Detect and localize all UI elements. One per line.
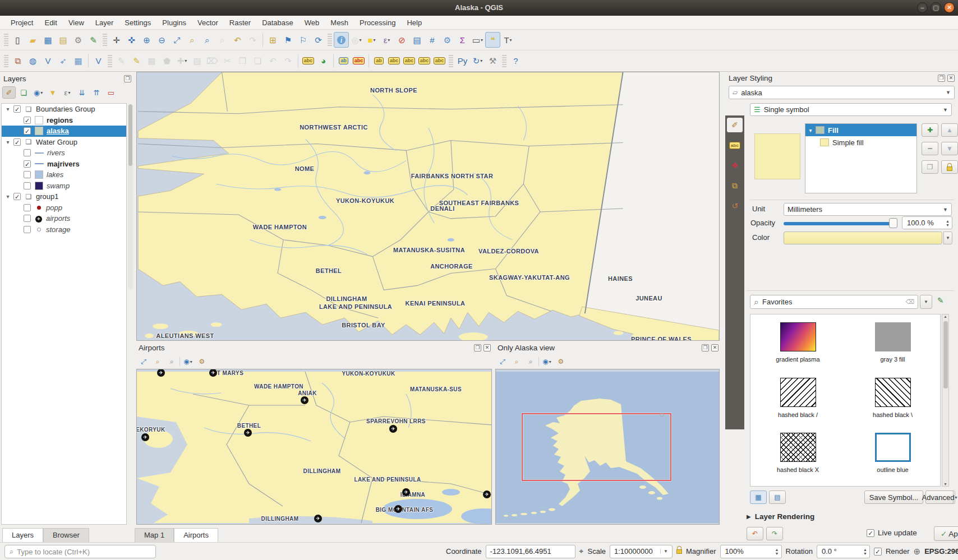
filter-expression-button[interactable]: ε▾ bbox=[61, 86, 74, 99]
visibility-checkbox[interactable]: ✓ bbox=[24, 117, 31, 124]
select-features-button[interactable]: ■▾ bbox=[364, 32, 379, 48]
layer-item-swamp[interactable]: swamp bbox=[2, 181, 126, 192]
live-update-control[interactable]: ✓ Live update bbox=[867, 529, 917, 537]
live-update-checkbox[interactable]: ✓ bbox=[867, 529, 874, 537]
dock-tab-browser[interactable]: Browser bbox=[43, 528, 89, 542]
open-attribute-table-button[interactable]: ▤ bbox=[409, 32, 425, 48]
symbol-hashed-black-x[interactable]: hashed black X bbox=[765, 433, 831, 474]
menu-mesh[interactable]: Mesh bbox=[325, 17, 353, 29]
map-view-tab-map-1[interactable]: Map 1 bbox=[135, 528, 174, 542]
extents-icon[interactable]: ⌖ bbox=[579, 547, 584, 556]
symbol-outline-blue[interactable]: outline blue bbox=[860, 433, 926, 474]
view-visibility-button[interactable]: ◉▾ bbox=[541, 356, 553, 367]
zoom-full-button[interactable]: ⤢ bbox=[137, 356, 150, 367]
map-canvas[interactable]: NORTH SLOPENORTHWEST ARCTICNOMEYUKON-KOY… bbox=[136, 72, 720, 341]
layer-item-majrivers[interactable]: ✓majrivers bbox=[2, 159, 126, 170]
menu-database[interactable]: Database bbox=[257, 17, 298, 29]
visibility-checkbox[interactable] bbox=[24, 215, 31, 222]
open-layer-styling-button[interactable]: ✐ bbox=[2, 86, 16, 99]
pan-to-selection-button[interactable]: ✜ bbox=[124, 32, 139, 48]
deselect-features-button[interactable]: ⊘ bbox=[394, 32, 409, 48]
layer-item-alaska[interactable]: ✓alaska bbox=[2, 126, 126, 137]
zoom-to-layer-button[interactable]: ⌕ bbox=[510, 356, 523, 367]
zoom-to-selection-button[interactable]: ⌕ bbox=[185, 32, 200, 48]
apply-button[interactable]: ✓ Apply bbox=[934, 526, 958, 541]
zoom-last-button[interactable]: ↶ bbox=[230, 32, 245, 48]
color-button[interactable] bbox=[784, 232, 942, 244]
visibility-checkbox[interactable] bbox=[24, 149, 31, 156]
visibility-checkbox[interactable]: ✓ bbox=[24, 160, 31, 168]
layer-diagram-options-button[interactable]: ◕ bbox=[316, 53, 331, 69]
python-console-button[interactable]: Py bbox=[455, 53, 470, 69]
layer-item-regions[interactable]: ✓regions bbox=[2, 115, 126, 126]
style-undo-button[interactable]: ↶ bbox=[747, 527, 763, 540]
unit-combo[interactable]: Millimeters▼ bbox=[784, 203, 952, 216]
add-group-button[interactable]: ❏ bbox=[17, 86, 30, 99]
toolbar-handle[interactable] bbox=[502, 55, 506, 67]
save-project-button[interactable]: ▦ bbox=[40, 32, 56, 48]
new-print-layout-button[interactable]: ▤ bbox=[56, 32, 71, 48]
renderer-combo[interactable]: ☰ Single symbol ▼ bbox=[750, 103, 952, 116]
layer-item-water-group[interactable]: ▾✓❏Water Group bbox=[2, 137, 126, 148]
identify-features-button[interactable]: i bbox=[334, 32, 349, 48]
zoom-full-button[interactable]: ⤢ bbox=[169, 32, 185, 48]
symbols-search-input[interactable]: ⌕ Favorites ⌫ bbox=[750, 295, 918, 309]
maximize-button[interactable]: ▢ bbox=[931, 2, 941, 13]
symbology-tab[interactable]: ✐ bbox=[727, 118, 743, 132]
visibility-checkbox[interactable] bbox=[24, 171, 31, 178]
opacity-slider-track[interactable] bbox=[784, 222, 893, 225]
zoom-in-button[interactable]: ⊕ bbox=[139, 32, 154, 48]
scale-combo[interactable]: 1:10000000▼ bbox=[610, 545, 673, 558]
toolbar-handle[interactable] bbox=[4, 55, 8, 67]
visibility-checkbox[interactable]: ✓ bbox=[24, 127, 31, 135]
map-view-tab-airports[interactable]: Airports bbox=[174, 528, 218, 542]
layers-scrollbar[interactable] bbox=[128, 104, 133, 289]
opacity-spinbox[interactable]: 100.0 % ▲▼ bbox=[902, 216, 952, 229]
layer-item-airports[interactable]: ✈airports bbox=[2, 213, 126, 224]
crs-status[interactable]: EPSG:2964 bbox=[924, 547, 958, 556]
menu-settings[interactable]: Settings bbox=[119, 17, 156, 29]
show-hide-labels-button[interactable]: abc bbox=[386, 53, 402, 69]
menu-help[interactable]: Help bbox=[402, 17, 427, 29]
diagrams-tab[interactable]: ⧉ bbox=[727, 178, 743, 193]
symbol-tree-fill-row[interactable]: ▾ Fill bbox=[805, 124, 916, 136]
remove-layer-button[interactable]: ▭ bbox=[104, 86, 118, 99]
visibility-checkbox[interactable]: ✓ bbox=[13, 138, 21, 146]
new-spatialite-layer-button[interactable]: ➶ bbox=[56, 53, 71, 69]
symbology-3d-tab[interactable]: ❖ bbox=[727, 158, 743, 173]
toolbar-handle[interactable] bbox=[103, 34, 107, 46]
text-annotation-button[interactable]: T▾ bbox=[500, 32, 515, 48]
field-calculator-button[interactable]: # bbox=[425, 32, 440, 48]
close-panel-icon[interactable]: ✕ bbox=[483, 344, 491, 351]
move-label-button[interactable]: abc bbox=[402, 53, 417, 69]
alaska-overview-canvas[interactable] bbox=[495, 369, 720, 525]
menu-edit[interactable]: Edit bbox=[39, 17, 62, 29]
show-bookmarks-button[interactable]: ⚐ bbox=[296, 32, 311, 48]
symbols-filter-dropdown[interactable]: ▼ bbox=[920, 295, 932, 309]
float-panel-icon[interactable]: ❐ bbox=[124, 75, 131, 82]
close-panel-icon[interactable]: ✕ bbox=[711, 344, 718, 351]
pin-unpin-labels-button[interactable]: ab bbox=[371, 53, 386, 69]
rotate-label-button[interactable]: abc bbox=[417, 53, 432, 69]
pan-map-button[interactable]: ✛ bbox=[109, 32, 124, 48]
filter-legend-button[interactable]: ▼ bbox=[46, 86, 59, 99]
zoom-to-selection-button[interactable]: ⌕ bbox=[524, 356, 537, 367]
map-tips-button[interactable]: ❝ bbox=[485, 32, 500, 48]
styling-layer-combo[interactable]: ▱ alaska ▼ bbox=[729, 86, 955, 99]
rotation-spinbox[interactable]: 0.0 °▲▼ bbox=[817, 545, 870, 558]
move-up-button[interactable]: ▲ bbox=[941, 123, 958, 137]
symbol-gray-3-fill[interactable]: gray 3 fill bbox=[860, 322, 926, 363]
select-by-expression-button[interactable]: ε▾ bbox=[379, 32, 394, 48]
layer-labeling-options-button[interactable]: abc bbox=[301, 53, 316, 69]
airports-map-canvas[interactable]: ST MARYSYUKON-KOYUKUKWADE HAMPTONANIAKMA… bbox=[136, 369, 492, 525]
redo-button[interactable]: ↷ bbox=[280, 53, 296, 69]
expander-icon[interactable]: ▾ bbox=[4, 139, 12, 145]
float-panel-icon[interactable]: ❐ bbox=[474, 344, 481, 351]
add-symbol-layer-button[interactable]: ✚ bbox=[922, 123, 938, 137]
current-edits-button[interactable]: ✎ bbox=[114, 53, 129, 69]
lock-scale-icon[interactable] bbox=[676, 549, 682, 554]
symbol-hashed-black-[interactable]: hashed black \ bbox=[860, 378, 926, 419]
close-button[interactable]: ✕ bbox=[944, 2, 955, 13]
layout-manager-button[interactable]: ⚙ bbox=[71, 32, 86, 48]
remove-symbol-layer-button[interactable]: ━ bbox=[922, 142, 938, 155]
